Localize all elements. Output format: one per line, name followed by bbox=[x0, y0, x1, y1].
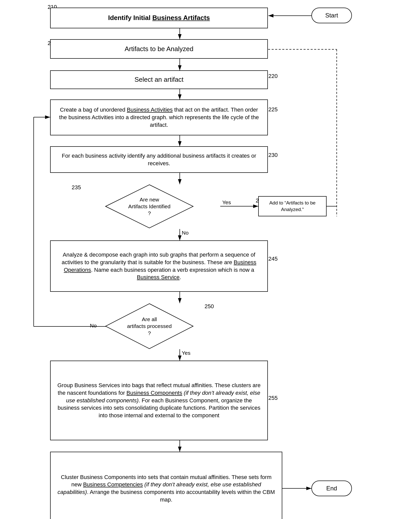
box-215: Artifacts to be Analyzed bbox=[50, 39, 268, 59]
box-230: For each business activity identify any … bbox=[50, 146, 268, 173]
yes-label-250: Yes bbox=[182, 350, 190, 356]
diamond-250: Are allartifacts processed? bbox=[105, 303, 194, 349]
yes-label-235: Yes bbox=[222, 199, 231, 205]
diagram-container: 210 Identify Initial Business Artifacts … bbox=[0, 0, 420, 519]
no-label-235: No bbox=[182, 230, 189, 236]
end-node: End bbox=[311, 481, 352, 496]
box-245: Analyze & decompose each graph into sub … bbox=[50, 240, 268, 292]
label-230: 230 bbox=[268, 152, 278, 158]
box-240: Add to “Artifacts to be Analyzed.” bbox=[258, 196, 327, 216]
box-255: Group Business Services into bags that r… bbox=[50, 361, 268, 440]
label-250: 250 bbox=[205, 303, 214, 310]
label-220: 220 bbox=[268, 73, 278, 79]
label-255: 255 bbox=[268, 395, 278, 401]
label-225: 225 bbox=[268, 106, 278, 113]
label-245: 245 bbox=[268, 256, 278, 262]
box-210: Identify Initial Business Artifacts bbox=[50, 8, 268, 28]
diamond-235: Are newArtifacts Identified? bbox=[105, 184, 194, 229]
box-225: Create a bag of unordered Business Activ… bbox=[50, 99, 268, 135]
box-220: Select an artifact bbox=[50, 70, 268, 89]
box-260: Cluster Business Components into sets th… bbox=[50, 452, 282, 519]
start-node: Start bbox=[311, 8, 352, 23]
label-235: 235 bbox=[72, 184, 81, 191]
no-label-250: No bbox=[90, 323, 97, 329]
